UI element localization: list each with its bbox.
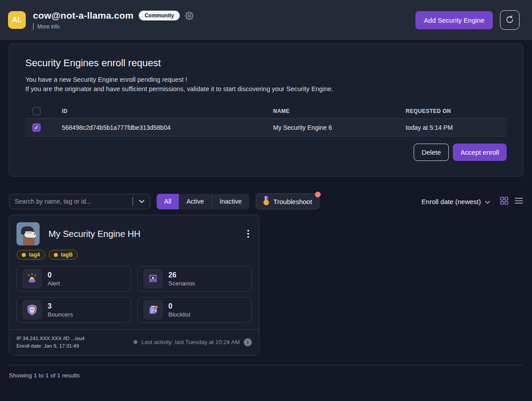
view-toggles — [500, 196, 523, 207]
enroll-request-card: Security Engines enroll request You have… — [9, 44, 523, 176]
accept-enroll-button[interactable]: Accept enroll — [453, 144, 507, 161]
results-to: 1 — [45, 372, 49, 379]
results-prefix: Showing — [9, 372, 32, 379]
results-divider — [9, 365, 523, 365]
engine-stats: 0 Alert 26 Scenarios — [9, 266, 259, 323]
avatar-initials: AL — [12, 16, 21, 24]
engine-avatar — [16, 222, 40, 245]
stat-tile-blocklist[interactable]: 0 Blocklist — [137, 297, 252, 323]
alert-siren-icon — [22, 269, 42, 289]
troubleshoot-button[interactable]: Troubleshoot — [256, 193, 319, 209]
list-view-icon[interactable] — [515, 197, 523, 206]
results-suffix: results — [62, 372, 80, 379]
blocklist-document-icon — [143, 300, 163, 320]
tag-pill: tagB — [48, 250, 78, 260]
notification-dot — [315, 192, 321, 197]
column-header-requested-on: REQUESTED ON — [406, 108, 507, 114]
enroll-table-header: ID NAME REQUESTED ON — [25, 104, 507, 118]
results-total: 1 — [57, 372, 60, 379]
refresh-icon — [505, 15, 514, 25]
grid-view-icon[interactable] — [500, 196, 508, 207]
check-icon: ✓ — [34, 124, 39, 131]
search-chevron-down-icon[interactable] — [133, 200, 150, 203]
status-filter-tabs: All Active Inactive — [157, 194, 250, 209]
column-header-id: ID — [62, 108, 273, 114]
results-to-word: to — [39, 372, 44, 379]
tab-inactive[interactable]: Inactive — [212, 194, 250, 209]
page-title: cow@not-a-llama.com — [33, 10, 133, 21]
tag-label: tag4 — [29, 252, 40, 258]
stat-value: 3 — [48, 302, 73, 310]
header-titles: cow@not-a-llama.com Community More info — [33, 10, 193, 30]
stat-value: 0 — [169, 302, 191, 310]
refresh-button[interactable] — [500, 10, 520, 30]
tab-active[interactable]: Active — [179, 194, 212, 209]
row-checkbox[interactable]: ✓ — [32, 124, 40, 132]
security-engine-card[interactable]: My Security Engine HH tag4 tagB — [9, 215, 259, 356]
tag-dot-icon — [54, 253, 58, 257]
sort-label: Enroll date (newest) — [422, 198, 481, 205]
stat-tile-bouncers[interactable]: 3 Bouncers — [16, 297, 131, 323]
stat-label: Blocklist — [169, 311, 191, 318]
sort-dropdown[interactable]: Enroll date (newest) — [422, 198, 490, 205]
search-input[interactable] — [9, 198, 133, 205]
enroll-card-description: You have a new Security Engine enroll pe… — [25, 75, 507, 94]
kebab-menu-icon[interactable] — [245, 228, 252, 240]
info-glyph: i — [247, 340, 248, 345]
engine-ip-id: IP 34.241.XXX.XXX /ID ...isu4 — [16, 335, 85, 342]
laptop-icon — [143, 269, 163, 289]
engine-tags: tag4 tagB — [9, 245, 259, 260]
tag-pill: tag4 — [16, 250, 45, 260]
medal-icon — [263, 196, 270, 207]
enroll-card-title: Security Engines enroll request — [25, 57, 507, 69]
gear-icon[interactable] — [185, 12, 193, 20]
sort-chevron-down-icon — [485, 198, 490, 205]
results-summary: Showing 1 to 1 of 1 results — [9, 372, 523, 379]
tag-label: tagB — [61, 252, 73, 258]
engine-title: My Security Engine HH — [48, 229, 141, 239]
divider-bar — [33, 23, 34, 30]
row-id: 568498c2d74b5b1a777fdbe313d58b04 — [62, 124, 273, 131]
enroll-table: ID NAME REQUESTED ON ✓ 568498c2d74b5b1a7… — [25, 104, 507, 136]
tab-all[interactable]: All — [157, 194, 179, 209]
stat-label: Alert — [48, 280, 60, 287]
row-name: My Security Engine 6 — [273, 124, 406, 131]
engine-card-footer: IP 34.241.XXX.XXX /ID ...isu4 Enroll dat… — [9, 329, 259, 355]
enroll-desc-line1: You have a new Security Engine enroll pe… — [25, 75, 507, 84]
shield-icon — [22, 300, 42, 320]
engine-enroll-date: Enroll date: Jan 9, 17:31:49 — [16, 342, 85, 350]
avatar: AL — [8, 11, 26, 29]
stat-label: Bouncers — [48, 311, 73, 318]
plan-badge: Community — [139, 11, 180, 20]
row-requested-on: today at 5:14 PM — [406, 124, 507, 131]
stat-tile-alert[interactable]: 0 Alert — [16, 266, 131, 292]
engines-toolbar: All Active Inactive Troubleshoot Enroll … — [9, 193, 523, 209]
app-header: AL cow@not-a-llama.com Community More in… — [0, 0, 532, 40]
search-box[interactable] — [9, 194, 150, 209]
results-from: 1 — [34, 372, 37, 379]
troubleshoot-label: Troubleshoot — [274, 198, 312, 205]
tag-dot-icon — [22, 253, 26, 257]
table-row[interactable]: ✓ 568498c2d74b5b1a777fdbe313d58b04 My Se… — [25, 118, 507, 136]
select-all-checkbox[interactable] — [32, 107, 40, 115]
column-header-name: NAME — [273, 108, 406, 114]
enroll-desc-line2: If you are the originator and have suffi… — [25, 84, 507, 94]
delete-button[interactable]: Delete — [414, 144, 449, 161]
activity-status-dot — [133, 340, 137, 344]
results-of-word: of — [50, 372, 55, 379]
stat-value: 0 — [48, 271, 60, 279]
stat-label: Scenarios — [169, 280, 195, 287]
more-info-link[interactable]: More info — [37, 24, 60, 30]
stat-tile-scenarios[interactable]: 26 Scenarios — [137, 266, 252, 292]
add-security-engine-button[interactable]: Add Security Engine — [415, 11, 493, 29]
info-icon[interactable]: i — [244, 338, 252, 346]
last-activity-text: Last activity: last Tuesday at 10:24 AM — [141, 339, 240, 345]
stat-value: 26 — [169, 271, 195, 279]
